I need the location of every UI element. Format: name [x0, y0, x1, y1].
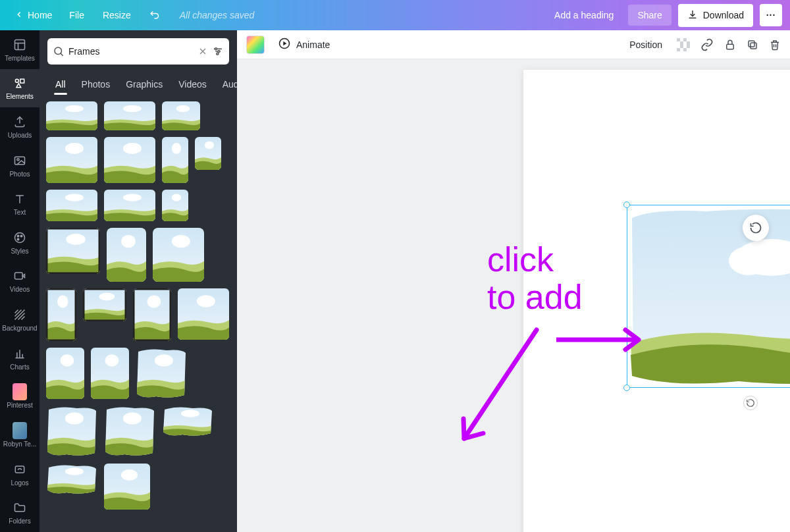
- frame-thumbnail[interactable]: [162, 137, 188, 183]
- svg-point-79: [65, 412, 84, 425]
- frame-thumbnail[interactable]: [136, 348, 187, 399]
- rail-label: Text: [14, 209, 26, 216]
- add-heading-label: Add a heading: [554, 10, 614, 20]
- frame-thumbnail[interactable]: [153, 228, 204, 282]
- svg-rect-95: [680, 41, 683, 45]
- tab-videos[interactable]: Videos: [171, 72, 215, 97]
- svg-point-51: [121, 235, 136, 248]
- frame-thumbnail[interactable]: [104, 101, 155, 130]
- rail-elements[interactable]: Elements: [0, 69, 40, 108]
- download-button[interactable]: Download: [678, 4, 753, 27]
- rail-charts[interactable]: Charts: [0, 339, 40, 378]
- svg-point-61: [99, 293, 115, 301]
- transparency-icon[interactable]: [677, 38, 690, 51]
- frame-thumbnail[interactable]: [107, 228, 146, 282]
- rail-folders[interactable]: Folders: [0, 493, 40, 532]
- link-icon[interactable]: [700, 38, 714, 51]
- rail-robyn-te-[interactable]: Robyn Te...: [0, 416, 40, 455]
- frame-thumbnail[interactable]: [46, 190, 97, 221]
- frame-thumbnail[interactable]: [46, 406, 97, 457]
- frame-thumbnail[interactable]: [46, 348, 84, 399]
- share-button[interactable]: Share: [628, 5, 671, 26]
- home-button[interactable]: Home: [8, 6, 59, 25]
- rail-styles[interactable]: Styles: [0, 223, 40, 262]
- color-swatch[interactable]: [246, 36, 265, 54]
- animate-icon: [278, 37, 291, 52]
- frame-thumbnail[interactable]: [104, 137, 155, 183]
- frame-thumbnail[interactable]: [91, 348, 129, 399]
- search-input[interactable]: [68, 46, 194, 57]
- tab-all[interactable]: All: [47, 72, 74, 97]
- rail-videos[interactable]: Videos: [0, 262, 40, 301]
- frame-thumbnail[interactable]: [162, 190, 188, 221]
- frame-thumbnail[interactable]: [195, 137, 221, 170]
- svg-point-69: [197, 295, 215, 307]
- rail-text[interactable]: Text: [0, 184, 40, 223]
- rail-uploads[interactable]: Uploads: [0, 107, 40, 146]
- trash-icon[interactable]: [769, 39, 781, 51]
- svg-point-57: [57, 295, 68, 307]
- uploads-icon: [13, 115, 27, 129]
- frame-thumbnail[interactable]: [46, 288, 76, 341]
- download-label: Download: [703, 10, 744, 20]
- svg-point-5: [15, 232, 25, 242]
- frame-thumbnail[interactable]: [133, 288, 171, 341]
- rail-label: Photos: [9, 171, 30, 178]
- resize-handle-bl[interactable]: [623, 385, 630, 391]
- rotate-handle[interactable]: [743, 396, 758, 410]
- animate-button[interactable]: Animate: [274, 34, 334, 55]
- tab-graphics[interactable]: Graphics: [118, 72, 171, 97]
- svg-rect-91: [677, 38, 680, 41]
- add-page-button[interactable]: [743, 215, 769, 241]
- svg-point-88: [121, 469, 138, 481]
- animate-label: Animate: [296, 40, 330, 50]
- filter-icon[interactable]: [212, 45, 224, 57]
- frame-thumbnail[interactable]: [46, 228, 100, 274]
- position-button[interactable]: Position: [625, 37, 666, 53]
- svg-point-23: [176, 105, 190, 113]
- side-rail: TemplatesElementsUploadsPhotosTextStyles…: [0, 30, 40, 532]
- svg-point-29: [123, 143, 142, 154]
- more-button[interactable]: ···: [760, 4, 782, 26]
- frame-thumbnail[interactable]: [104, 190, 155, 221]
- file-menu[interactable]: File: [61, 6, 92, 24]
- frame-thumbnail[interactable]: [162, 406, 213, 437]
- svg-point-17: [65, 105, 84, 113]
- svg-point-7: [20, 235, 22, 237]
- frame-thumbnail[interactable]: [46, 464, 97, 495]
- frame-thumbnail[interactable]: [162, 101, 200, 130]
- results-grid[interactable]: [40, 97, 237, 532]
- add-heading-button[interactable]: Add a heading: [546, 6, 621, 24]
- tab-photos[interactable]: Photos: [74, 72, 118, 97]
- resize-menu[interactable]: Resize: [95, 6, 139, 24]
- svg-rect-98: [683, 48, 687, 51]
- frame-thumbnail[interactable]: [46, 101, 97, 130]
- rail-templates[interactable]: Templates: [0, 30, 40, 69]
- svg-point-75: [105, 354, 118, 367]
- clear-icon[interactable]: [198, 46, 208, 57]
- frame-thumbnail[interactable]: [83, 288, 126, 321]
- rail-logos[interactable]: Logos: [0, 455, 40, 494]
- svg-point-54: [172, 235, 190, 248]
- search-icon: [53, 45, 65, 57]
- rail-photos[interactable]: Photos: [0, 146, 40, 185]
- rail-background[interactable]: Background: [0, 300, 40, 339]
- rail-pinterest[interactable]: Pinterest: [0, 377, 40, 416]
- svg-point-20: [123, 105, 142, 113]
- frame-thumbnail[interactable]: [46, 137, 97, 183]
- lock-icon[interactable]: [724, 39, 736, 51]
- svg-point-83: [181, 410, 199, 417]
- duplicate-icon[interactable]: [747, 39, 758, 51]
- frame-thumbnail[interactable]: [104, 406, 155, 457]
- undo-button[interactable]: [142, 5, 169, 26]
- frame-thumbnail[interactable]: [178, 288, 229, 340]
- svg-point-38: [65, 194, 84, 201]
- canvas-area: Animate Position: [237, 30, 790, 532]
- frame-thumbnail[interactable]: [104, 464, 150, 510]
- svg-rect-96: [687, 41, 690, 45]
- resize-handle-tl[interactable]: [623, 201, 630, 208]
- resize-label: Resize: [103, 10, 131, 20]
- rail-label: Logos: [11, 479, 28, 487]
- styles-icon: [13, 230, 27, 245]
- rail-label: Charts: [10, 363, 29, 371]
